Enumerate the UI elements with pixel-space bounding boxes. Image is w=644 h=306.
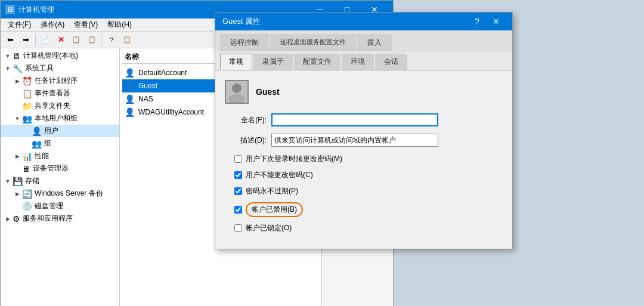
- disabled-checkbox[interactable]: [234, 206, 242, 214]
- tree-item-services[interactable]: ▶ ⚙ 服务和应用程序: [1, 212, 119, 225]
- expand-icon-computer: ▼: [3, 51, 13, 61]
- checkbox-never-expire: 密码永不过期(P): [225, 186, 503, 196]
- checkbox-cannot-change: 用户不能更改密码(C): [225, 170, 503, 180]
- main-window-icon: 🖥: [5, 5, 15, 14]
- tree-item-devicemgr[interactable]: 🖥 设备管理器: [1, 162, 119, 175]
- taskscheduler-icon: ⏰: [22, 76, 32, 86]
- tree-label-storage: 存储: [25, 176, 39, 186]
- expand-icon-eventviewer: [13, 89, 22, 98]
- tree-label-performance: 性能: [35, 151, 49, 161]
- tree-label-computer: 计算机管理(本地): [23, 51, 78, 61]
- menu-action[interactable]: 操作(A): [36, 18, 69, 31]
- user-icon-nas: 👤: [125, 94, 135, 104]
- systemtools-icon: 🔧: [13, 64, 23, 73]
- dialog-controls: ? ✕: [468, 13, 505, 30]
- tab-dialin[interactable]: 拨入: [357, 34, 392, 51]
- locked-checkbox[interactable]: [234, 224, 242, 232]
- computer-icon: 🖥: [13, 51, 21, 61]
- svg-point-1: [228, 94, 245, 103]
- tab-member-of[interactable]: 隶属于: [253, 54, 293, 70]
- tree-item-sharedfolder[interactable]: 📁 共享文件夹: [1, 100, 119, 112]
- menu-file[interactable]: 文件(F): [3, 18, 36, 31]
- tab-remote-desktop[interactable]: 远程桌面服务配置文件: [270, 34, 356, 51]
- sharedfolder-icon: 📁: [22, 101, 32, 111]
- svg-point-0: [232, 84, 242, 93]
- locked-label: 帐户已锁定(O): [246, 223, 292, 233]
- delete-button[interactable]: ✕: [54, 33, 68, 47]
- tab-sessions[interactable]: 会话: [375, 54, 407, 70]
- back-button[interactable]: ⬅: [3, 33, 17, 47]
- expand-icon-groups: [22, 139, 32, 149]
- tree-item-performance[interactable]: ▶ 📊 性能: [1, 150, 119, 162]
- tree-item-groups[interactable]: 👥 组: [1, 137, 119, 150]
- toolbar-separator-2: [101, 34, 102, 46]
- disabled-label: 帐户已禁用(B): [246, 202, 303, 217]
- expand-icon-storage: ▼: [3, 177, 13, 186]
- fullname-label: 全名(F):: [225, 115, 267, 125]
- tab-general[interactable]: 常规: [220, 54, 252, 70]
- tree-item-eventviewer[interactable]: 📋 事件查看器: [1, 87, 119, 100]
- tree-label-devicemgr: 设备管理器: [33, 163, 69, 174]
- list-label-wdag: WDAGUtilityAccount: [138, 108, 204, 116]
- wsbackup-icon: 🔄: [22, 189, 32, 199]
- tree-item-localusers[interactable]: ▼ 👥 本地用户和组: [1, 112, 119, 125]
- tree-label-groups: 组: [44, 138, 51, 149]
- user-icon-wdag: 👤: [125, 107, 135, 117]
- tree-item-diskmgmt[interactable]: 💿 磁盘管理: [1, 200, 119, 212]
- tabs-row-2: 常规 隶属于 配置文件 环境 会话: [215, 51, 512, 70]
- tree-item-systemtools[interactable]: ▼ 🔧 系统工具: [1, 62, 119, 75]
- tab-remote-control[interactable]: 远程控制: [220, 34, 269, 51]
- expand-icon-diskmgmt: [13, 202, 22, 211]
- description-input[interactable]: [271, 134, 438, 147]
- avatar: [225, 80, 249, 104]
- dialog-help-button[interactable]: ?: [468, 13, 486, 30]
- cannot-change-checkbox[interactable]: [234, 171, 242, 179]
- menu-help[interactable]: 帮助(H): [103, 18, 137, 31]
- tree-item-wsbackup[interactable]: ▶ 🔄 Windows Server 备份: [1, 187, 119, 200]
- dialog-title: Guest 属性: [222, 16, 468, 27]
- action-button-3[interactable]: 📋: [85, 33, 99, 47]
- never-expire-checkbox[interactable]: [234, 187, 242, 195]
- dialog-close-button[interactable]: ✕: [487, 13, 505, 30]
- expand-icon-devicemgr: [13, 164, 22, 174]
- description-row: 描述(D):: [225, 134, 503, 147]
- tree-item-storage[interactable]: ▼ 💾 存储: [1, 175, 119, 187]
- tree-label-wsbackup: Windows Server 备份: [35, 188, 103, 199]
- checkbox-must-change: 用户下次登录时须更改密码(M): [225, 154, 503, 164]
- user-display-name: Guest: [256, 87, 280, 97]
- guest-properties-dialog: Guest 属性 ? ✕ 远程控制 远程桌面服务配置文件 拨入 常规 隶属于 配…: [215, 12, 513, 249]
- tree-label-services: 服务和应用程序: [23, 214, 73, 224]
- tree-label-sharedfolder: 共享文件夹: [35, 101, 70, 111]
- menu-view[interactable]: 查看(V): [69, 18, 103, 31]
- description-label: 描述(D):: [225, 135, 267, 146]
- tab-profile[interactable]: 配置文件: [294, 54, 340, 70]
- diskmgmt-icon: 💿: [22, 202, 32, 211]
- storage-icon: 💾: [13, 177, 23, 186]
- tree-label-users: 用户: [44, 126, 58, 136]
- forward-button[interactable]: ➡: [18, 33, 33, 47]
- tree-item-computer[interactable]: ▼ 🖥 计算机管理(本地): [1, 50, 119, 62]
- checkbox-locked: 帐户已锁定(O): [225, 223, 503, 233]
- expand-icon-sharedfolder: [13, 101, 22, 111]
- dialog-title-bar: Guest 属性 ? ✕: [215, 13, 512, 30]
- never-expire-label: 密码永不过期(P): [246, 186, 298, 196]
- list-label-nas: NAS: [138, 95, 153, 103]
- expand-icon-users: [22, 126, 32, 136]
- user-icon-guest: 👤: [125, 81, 135, 91]
- tree-label-localusers: 本地用户和组: [35, 113, 78, 123]
- action-button-4[interactable]: 📋: [120, 33, 134, 47]
- must-change-checkbox[interactable]: [234, 155, 242, 163]
- groups-icon: 👥: [32, 139, 42, 149]
- action-button-1[interactable]: 📄: [38, 33, 52, 47]
- tree-label-systemtools: 系统工具: [25, 63, 54, 73]
- tree-item-taskscheduler[interactable]: ▶ ⏰ 任务计划程序: [1, 75, 119, 87]
- dialog-body: Guest 全名(F): 描述(D): 用户下次登录时须更改密码(M) 用户不能…: [215, 70, 512, 249]
- help-toolbar-button[interactable]: ?: [104, 33, 119, 47]
- tree-item-users[interactable]: 👤 用户: [1, 125, 119, 137]
- action-button-2[interactable]: 📋: [69, 33, 83, 47]
- devicemgr-icon: 🖥: [22, 164, 30, 174]
- tree-label-diskmgmt: 磁盘管理: [35, 201, 63, 211]
- tab-environment[interactable]: 环境: [342, 54, 374, 70]
- fullname-input[interactable]: [271, 113, 438, 126]
- expand-icon-performance: ▶: [13, 152, 22, 161]
